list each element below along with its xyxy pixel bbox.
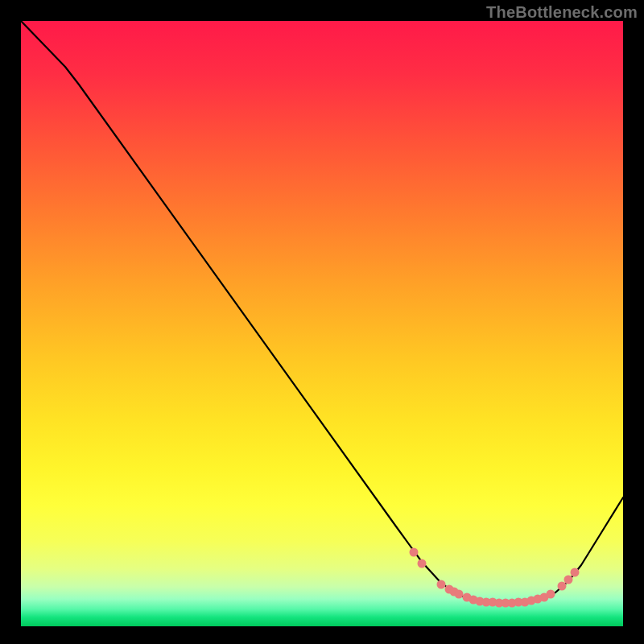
- marker-dot: [571, 568, 580, 577]
- chart-frame: { "watermark": "TheBottleneck.com", "plo…: [0, 0, 644, 644]
- watermark-text: TheBottleneck.com: [486, 3, 638, 22]
- marker-dot: [547, 590, 555, 599]
- marker-dot: [564, 576, 573, 584]
- marker-dot: [418, 559, 427, 568]
- marker-dot: [437, 580, 446, 589]
- marker-dot: [410, 548, 419, 557]
- bottleneck-chart: [0, 0, 644, 644]
- plot-background: [21, 21, 623, 626]
- marker-dot: [558, 582, 567, 591]
- marker-dot: [455, 590, 464, 599]
